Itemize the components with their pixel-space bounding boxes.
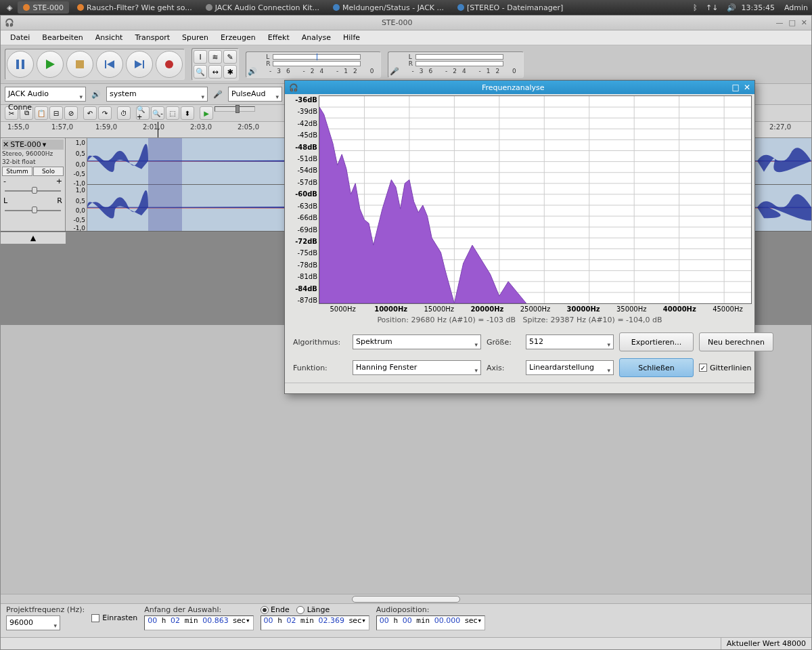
titlebar[interactable]: 🎧 STE-000 — □ ✕: [1, 16, 811, 30]
pan-slider[interactable]: [5, 207, 61, 214]
close-icon[interactable]: ✕: [801, 18, 807, 27]
bluetooth-icon[interactable]: ᛒ: [693, 3, 698, 12]
project-rate-combo[interactable]: 96000: [6, 615, 60, 630]
ruler-tick: 1:59,0: [95, 123, 117, 131]
end-radio[interactable]: [261, 606, 269, 614]
network-icon[interactable]: ↑↓: [706, 3, 718, 12]
vertical-scale[interactable]: 1,0 0,5 0,0 -0,5 -1,0 1,0 0,5 0,0 -0,5 -…: [66, 138, 87, 231]
taskbar-item[interactable]: JACK Audio Connection Kit...: [200, 1, 325, 14]
menu-transport[interactable]: Transport: [129, 32, 175, 43]
speed-slider[interactable]: [215, 106, 255, 112]
meter-scale: -36 -24 -12 0: [402, 68, 521, 74]
selection-start-input[interactable]: 00 h 02 min 00.863 sec▾: [144, 615, 253, 630]
cursor-info: Position: 29680 Hz (A#10) = -103 dB Spit…: [288, 313, 752, 331]
menu-view[interactable]: Ansicht: [90, 32, 129, 43]
apps-menu-icon[interactable]: ◈: [7, 3, 12, 12]
trim-button[interactable]: ⊟: [49, 106, 63, 120]
playback-meter[interactable]: L R 🔊-36 -24 -12 0: [246, 51, 381, 78]
zoom-in-button[interactable]: 🔍+: [136, 106, 150, 120]
zoom-tool[interactable]: 🔍: [194, 65, 207, 79]
menu-effect[interactable]: Effekt: [263, 32, 295, 43]
fit-project-button[interactable]: ⬍: [181, 106, 194, 120]
taskbar-item[interactable]: [STEREO - Dateimanager]: [452, 1, 568, 14]
ruler-tick: 2:01,0: [143, 123, 164, 131]
skip-start-button[interactable]: [96, 51, 123, 78]
maximize-icon[interactable]: □: [788, 18, 795, 27]
dialog-close-icon[interactable]: ✕: [744, 83, 750, 92]
axis-combo[interactable]: Lineardarstellung: [526, 360, 614, 375]
user-menu[interactable]: Admin: [784, 3, 808, 12]
play-at-speed-button[interactable]: ▶: [200, 106, 213, 120]
mute-button[interactable]: Stumm: [2, 167, 32, 176]
gridlines-checkbox[interactable]: ✓Gitterlinien: [699, 364, 773, 372]
paste-button[interactable]: 📋: [35, 106, 48, 120]
track-name[interactable]: STE-000: [10, 140, 41, 149]
solo-button[interactable]: Solo: [33, 167, 64, 176]
output-device-combo[interactable]: system: [106, 87, 208, 102]
audio-position-input[interactable]: 00 h 00 min 00.000 sec▾: [376, 615, 485, 630]
minimize-icon[interactable]: —: [775, 18, 783, 27]
dialog-titlebar[interactable]: 🎧 Frequenzanalyse □ ✕: [285, 81, 754, 94]
system-panel: ◈ STE-000 Rausch-Filter? Wie geht so... …: [0, 0, 812, 15]
fit-selection-button[interactable]: ⬚: [166, 106, 179, 120]
menu-analyze[interactable]: Analyse: [296, 32, 336, 43]
stop-button[interactable]: [66, 51, 93, 78]
function-combo[interactable]: Hanning Fenster: [353, 360, 481, 375]
multi-tool[interactable]: ✱: [223, 65, 237, 79]
recalculate-button[interactable]: Neu berechnen: [699, 332, 773, 351]
input-device-combo[interactable]: PulseAud: [228, 87, 282, 102]
gain-minus-icon: -: [3, 177, 6, 186]
length-radio[interactable]: [296, 606, 304, 614]
timeshift-tool[interactable]: ↔: [208, 65, 222, 79]
resize-grip[interactable]: [285, 383, 754, 393]
playhead-indicator: [158, 122, 158, 137]
svg-rect-4: [105, 60, 106, 68]
export-button[interactable]: Exportieren...: [619, 332, 694, 351]
record-meter[interactable]: L R 🎤-36 -24 -12 0: [388, 51, 523, 78]
menu-generate[interactable]: Erzeugen: [215, 32, 261, 43]
ruler-tick: 2:27,0: [769, 123, 791, 131]
snap-checkbox[interactable]: Einrasten: [91, 613, 137, 622]
silence-button[interactable]: ⊘: [64, 106, 78, 120]
algorithm-combo[interactable]: Spektrum: [353, 334, 481, 349]
draw-tool[interactable]: ✎: [223, 50, 237, 64]
taskbar-item[interactable]: Meldungen/Status - JACK ...: [328, 1, 449, 14]
track-menu-icon[interactable]: ▾: [43, 140, 47, 149]
selection-tool[interactable]: I: [194, 50, 207, 64]
zoom-out-button[interactable]: 🔍-: [151, 106, 164, 120]
menu-tracks[interactable]: Spuren: [177, 32, 214, 43]
spectrum-plot[interactable]: [319, 95, 752, 304]
horizontal-scrollbar[interactable]: [1, 594, 811, 604]
x-axis: 5000Hz10000Hz15000Hz20000Hz25000Hz30000H…: [288, 305, 752, 313]
play-button[interactable]: [37, 51, 64, 78]
svg-marker-5: [107, 60, 114, 68]
pause-button[interactable]: [7, 51, 34, 78]
taskbar-item[interactable]: STE-000: [18, 1, 69, 14]
redo-button[interactable]: ↷: [98, 106, 112, 120]
pan-l-label: L: [3, 196, 7, 205]
speaker-icon: 🔊: [248, 67, 257, 76]
menu-file[interactable]: Datei: [5, 32, 35, 43]
envelope-tool[interactable]: ≋: [208, 50, 222, 64]
menu-help[interactable]: Hilfe: [338, 32, 365, 43]
undo-button[interactable]: ↶: [83, 106, 97, 120]
track-close-icon[interactable]: ✕: [3, 140, 9, 149]
audio-host-combo[interactable]: JACK Audio Conne: [5, 87, 86, 102]
clock[interactable]: 13:35:45: [742, 3, 775, 12]
skip-end-button[interactable]: [126, 51, 153, 78]
algorithm-label: Algorithmus:: [293, 338, 347, 347]
sync-lock-button[interactable]: ⏱: [117, 106, 131, 120]
record-button[interactable]: [156, 51, 183, 78]
selection-end-input[interactable]: 00 h 02 min 02.369 sec▾: [261, 615, 369, 630]
volume-icon[interactable]: 🔊: [727, 3, 736, 12]
close-button[interactable]: Schließen: [619, 358, 694, 377]
svg-marker-2: [46, 60, 55, 69]
track-control-panel[interactable]: ✕STE-000▾ Stereo, 96000Hz 32-bit float S…: [1, 138, 66, 231]
menu-edit[interactable]: Bearbeiten: [37, 32, 88, 43]
dialog-maximize-icon[interactable]: □: [732, 83, 740, 92]
track-collapse-button[interactable]: ▲: [1, 232, 66, 244]
svg-point-8: [165, 60, 173, 68]
gain-slider[interactable]: [5, 188, 61, 194]
taskbar-item[interactable]: Rausch-Filter? Wie geht so...: [72, 1, 198, 14]
size-combo[interactable]: 512: [526, 334, 614, 349]
